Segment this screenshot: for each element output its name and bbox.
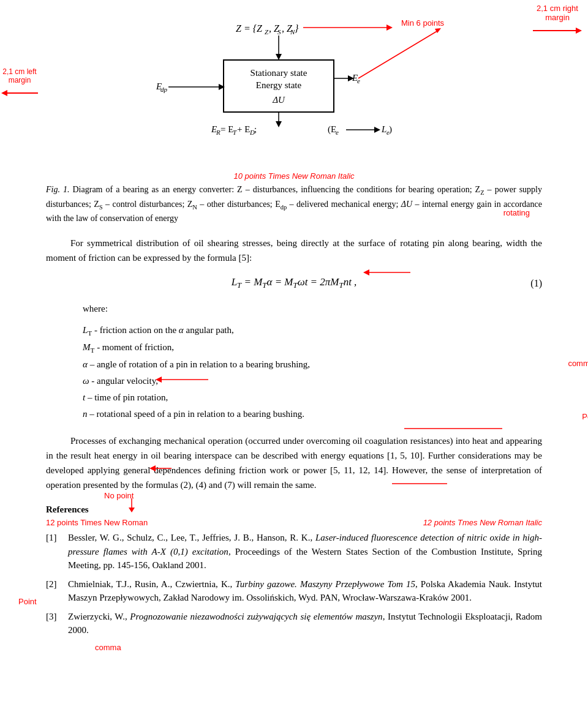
margin-label: 2,1 cm right margin bbox=[537, 4, 578, 22]
references-header-text: References bbox=[46, 504, 89, 514]
no-point-arrow bbox=[123, 498, 141, 516]
svg-marker-36 bbox=[276, 121, 282, 127]
svg-text:e: e bbox=[336, 129, 339, 136]
left-margin-label: 2,1 cm left margin bbox=[2, 67, 36, 84]
svg-text:Stationary state: Stationary state bbox=[251, 68, 307, 78]
ref-text-1: Bessler, W. G., Schulz, C., Lee, T., Jef… bbox=[68, 531, 542, 572]
ref-label-left: 12 points Times New Roman bbox=[46, 518, 148, 527]
def-lt: LT - friction action on the α angular pa… bbox=[83, 322, 542, 339]
ref-text-2: Chmielniak, T.J., Rusin, A., Czwiertnia,… bbox=[68, 577, 542, 605]
ref-item-1: [1] Bessler, W. G., Schulz, C., Lee, T.,… bbox=[46, 531, 542, 572]
svg-text:T: T bbox=[233, 129, 237, 136]
where-label: where: bbox=[83, 301, 542, 317]
def-mt: MT - moment of friction, bbox=[83, 339, 542, 356]
references-section: No point References 12 points Times New … bbox=[46, 504, 542, 653]
ref-text-3: Zwierzycki, W., Prognozowanie niezawodno… bbox=[68, 610, 542, 637]
left-arrow bbox=[1, 87, 38, 99]
def-omega: ω - angular velocity, bbox=[83, 373, 542, 389]
paragraph-2: Processes of exchanging mechanical opera… bbox=[46, 433, 542, 492]
rotating-label: rotating bbox=[503, 208, 530, 217]
svg-text:= E: = E bbox=[221, 124, 233, 134]
svg-marker-14 bbox=[386, 24, 393, 31]
comma-annotation-1: comma bbox=[568, 356, 588, 370]
ref-label-right: 12 points Tmes New Roman Italic bbox=[423, 518, 542, 527]
ref-number-3: [3] bbox=[46, 610, 63, 637]
svg-text:dp: dp bbox=[160, 86, 168, 93]
ref-number-2: [2] bbox=[46, 577, 63, 605]
svg-text:}: } bbox=[295, 23, 299, 34]
svg-text:S: S bbox=[277, 28, 281, 36]
svg-marker-12 bbox=[276, 54, 282, 60]
def-n: n – rotational speed of a pin in relatio… bbox=[83, 406, 542, 422]
svg-text:;: ; bbox=[254, 124, 257, 134]
formula-container: LT = MTα = MTωt = 2πMTnt , (1) bbox=[46, 276, 542, 290]
ref-number-1: [1] bbox=[46, 531, 63, 572]
svg-text:+ E: + E bbox=[237, 124, 250, 134]
left-margin-annotation: 2,1 cm left margin bbox=[1, 67, 38, 99]
svg-text:Z: Z bbox=[265, 28, 269, 36]
diagram-svg: Z = {Z Z , Z S , Z N } Min 6 points Stat… bbox=[46, 6, 542, 178]
fig-caption: Fig. 1. Diagram of a bearing as an energ… bbox=[46, 183, 542, 225]
svg-text:Min 6 points: Min 6 points bbox=[401, 18, 445, 28]
svg-line-44 bbox=[358, 31, 438, 78]
def-alpha: α – angle of rotation of a pin in relati… bbox=[83, 356, 542, 373]
diagram-section: Z = {Z Z , Z S , Z N } Min 6 points Stat… bbox=[46, 6, 542, 178]
svg-text:Z = {Z: Z = {Z bbox=[236, 23, 263, 34]
svg-text:L: L bbox=[381, 124, 386, 134]
ref-item-2: Point [2] Chmielniak, T.J., Rusin, A., C… bbox=[46, 577, 542, 605]
svg-marker-48 bbox=[129, 508, 135, 512]
references-header-container: No point References bbox=[46, 504, 542, 515]
svg-text:R: R bbox=[216, 129, 221, 136]
svg-text:ΔU: ΔU bbox=[272, 95, 285, 105]
svg-text:Energy state: Energy state bbox=[256, 80, 302, 90]
bottom-comma-annotation: comma bbox=[95, 642, 542, 653]
def-t: t – time of pin rotation, bbox=[83, 389, 542, 406]
svg-marker-3 bbox=[1, 90, 7, 96]
formula-text: LT = MTα = MTωt = 2πMTnt , bbox=[232, 276, 357, 288]
point-annotation: Point bbox=[582, 410, 588, 424]
formula-number: (1) bbox=[530, 278, 542, 289]
ref-labels-row: 12 points Times New Roman 12 points Tmes… bbox=[46, 518, 542, 527]
where-section: where: LT - friction action on the α ang… bbox=[83, 301, 542, 422]
paragraph-1: For symmetrical distribution of oil shea… bbox=[46, 236, 542, 265]
point-left-annotation: Point bbox=[18, 596, 37, 608]
fig-caption-text: Fig. 1. Diagram of a bearing as an energ… bbox=[46, 185, 542, 223]
svg-marker-1 bbox=[576, 28, 582, 34]
svg-text:): ) bbox=[389, 124, 392, 135]
ref-item-3: [3] Zwierzycki, W., Prognozowanie niezaw… bbox=[46, 610, 542, 637]
rotating-annotation: rotating bbox=[503, 208, 530, 217]
svg-marker-40 bbox=[374, 127, 380, 133]
